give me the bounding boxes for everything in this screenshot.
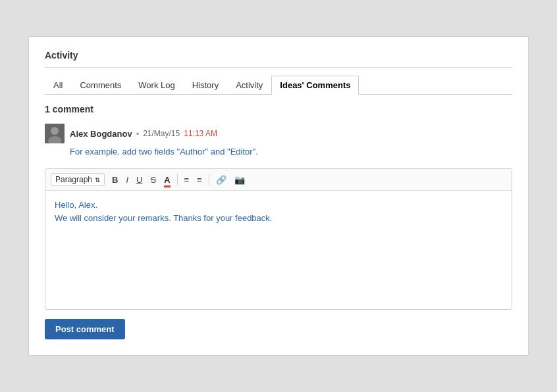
tab-comments[interactable]: Comments: [71, 76, 130, 95]
strikethrough-button[interactable]: S: [147, 174, 159, 186]
link-button[interactable]: 🔗: [213, 174, 230, 186]
post-comment-button[interactable]: Post comment: [45, 319, 125, 339]
underline-button[interactable]: U: [133, 174, 146, 186]
tab-worklog[interactable]: Work Log: [130, 76, 183, 95]
editor-line-2: We will consider your remarks. Thanks fo…: [55, 213, 272, 223]
ordered-list-button[interactable]: ≡: [181, 174, 193, 186]
tab-all[interactable]: All: [45, 76, 71, 95]
tab-ideas-comments[interactable]: Ideas' Comments: [271, 76, 359, 95]
image-icon: 📷: [234, 175, 245, 185]
paragraph-select[interactable]: Paragraph ⇅: [51, 173, 105, 186]
comment-item: Alex Bogdanov • 21/May/15 11:13 AM For e…: [45, 124, 512, 157]
editor-content-area[interactable]: Hello, Alex. We will consider your remar…: [45, 191, 512, 309]
comment-editor: Paragraph ⇅ B I U S A ≡ ≡ 🔗 📷: [45, 168, 512, 310]
paragraph-chevron-icon: ⇅: [95, 176, 100, 184]
ordered-list-icon: ≡: [184, 175, 190, 185]
toolbar-separator-1: [177, 174, 178, 185]
image-button[interactable]: 📷: [231, 174, 248, 186]
comment-dot: •: [136, 129, 140, 139]
comment-header: Alex Bogdanov • 21/May/15 11:13 AM: [45, 124, 512, 143]
section-title: Activity: [45, 50, 512, 61]
svg-point-1: [51, 127, 59, 135]
activity-panel: Activity All Comments Work Log History A…: [28, 36, 529, 356]
bold-button[interactable]: B: [109, 174, 121, 186]
link-icon: 🔗: [216, 175, 226, 185]
font-color-button[interactable]: A: [161, 174, 173, 186]
toolbar-separator-2: [209, 174, 209, 185]
unordered-list-button[interactable]: ≡: [194, 174, 205, 186]
tab-activity[interactable]: Activity: [227, 76, 271, 95]
italic-button[interactable]: I: [122, 174, 132, 186]
comment-meta: Alex Bogdanov • 21/May/15 11:13 AM: [70, 129, 217, 139]
editor-line-1: Hello, Alex.: [55, 200, 97, 210]
editor-toolbar: Paragraph ⇅ B I U S A ≡ ≡ 🔗 📷: [45, 169, 512, 191]
comment-author: Alex Bogdanov: [70, 129, 132, 139]
avatar: [45, 124, 65, 143]
comment-date: 21/May/15: [143, 129, 180, 138]
section-divider: [45, 67, 512, 68]
tabs-bar: All Comments Work Log History Activity I…: [45, 76, 512, 95]
unordered-list-icon: ≡: [197, 175, 202, 185]
comment-count: 1 comment: [45, 104, 512, 114]
tab-history[interactable]: History: [184, 76, 227, 95]
comment-body: For example, add two fields "Author" and…: [70, 147, 512, 157]
font-color-icon: A: [164, 175, 170, 187]
paragraph-label: Paragraph: [55, 175, 92, 184]
comment-time: 11:13 AM: [184, 129, 217, 138]
